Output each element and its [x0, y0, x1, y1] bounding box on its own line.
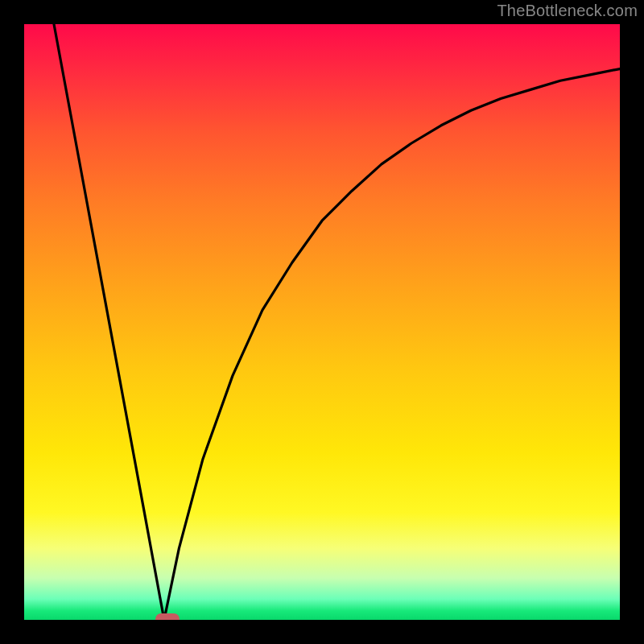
bottleneck-curve — [24, 24, 620, 620]
plot-area — [24, 24, 620, 620]
optimal-marker — [155, 613, 180, 620]
watermark: TheBottleneck.com — [497, 2, 638, 20]
curve-path — [54, 24, 620, 620]
